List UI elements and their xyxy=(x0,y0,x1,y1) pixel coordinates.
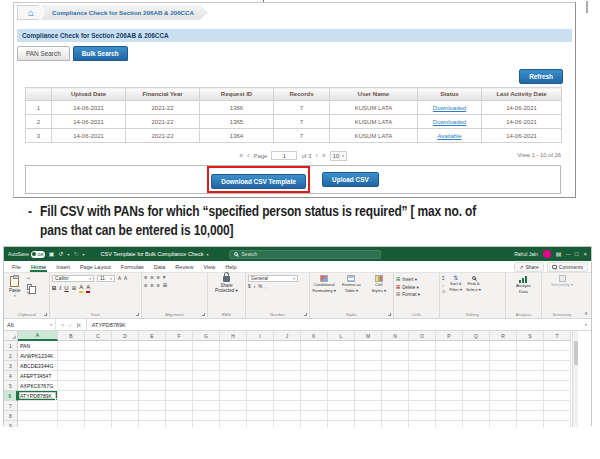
column-header-B[interactable]: B xyxy=(58,331,85,341)
name-box[interactable]: A6 ▾ xyxy=(4,319,56,330)
cell-Q5[interactable] xyxy=(463,381,490,391)
cell-T3[interactable] xyxy=(544,361,571,371)
status-link[interactable]: Downloaded xyxy=(418,115,482,129)
cell-A1[interactable]: PAN xyxy=(18,341,58,351)
cell-B1[interactable] xyxy=(58,341,85,351)
cell-B4[interactable] xyxy=(58,371,85,381)
column-header-T[interactable]: T xyxy=(544,331,571,341)
cell-I4[interactable] xyxy=(247,371,274,381)
sensitivity-button[interactable]: Sensitivity ▾ xyxy=(544,275,580,288)
cell-C4[interactable] xyxy=(85,371,112,381)
cell-J2[interactable] xyxy=(274,351,301,361)
align-center-icon[interactable]: ≡ xyxy=(150,283,153,289)
dialog-launcher-icon[interactable] xyxy=(304,313,307,316)
cell-Q8[interactable] xyxy=(463,411,490,421)
cell-D4[interactable] xyxy=(112,371,139,381)
cell-S7[interactable] xyxy=(517,401,544,411)
column-header-C[interactable]: C xyxy=(85,331,112,341)
currency-icon[interactable]: $ xyxy=(248,284,251,289)
cell-H4[interactable] xyxy=(220,371,247,381)
cell-F1[interactable] xyxy=(166,341,193,351)
cell-H9[interactable] xyxy=(220,421,247,427)
cell-L5[interactable] xyxy=(328,381,355,391)
cell-O1[interactable] xyxy=(409,341,436,351)
cell-P7[interactable] xyxy=(436,401,463,411)
dialog-launcher-icon[interactable] xyxy=(388,313,391,316)
row-header-4[interactable]: 4 xyxy=(4,371,18,381)
cell-L4[interactable] xyxy=(328,371,355,381)
cell-S4[interactable] xyxy=(517,371,544,381)
cell-G7[interactable] xyxy=(193,401,220,411)
cell-T2[interactable] xyxy=(544,351,571,361)
cell-C2[interactable] xyxy=(85,351,112,361)
cell-I7[interactable] xyxy=(247,401,274,411)
delete-cells-button[interactable]: ⊞ Delete ▾ xyxy=(396,285,437,290)
paste-button[interactable]: Paste ▾ xyxy=(6,275,24,299)
upload-csv-button[interactable]: Upload CSV xyxy=(322,172,379,187)
cell-L2[interactable] xyxy=(328,351,355,361)
cell-L3[interactable] xyxy=(328,361,355,371)
cell-T8[interactable] xyxy=(544,411,571,421)
row-header-6[interactable]: 6 xyxy=(4,391,18,401)
align-top-icon[interactable]: ≡ xyxy=(144,275,147,281)
cell-M2[interactable] xyxy=(355,351,382,361)
cell-O3[interactable] xyxy=(409,361,436,371)
cell-A8[interactable] xyxy=(18,411,58,421)
cell-D3[interactable] xyxy=(112,361,139,371)
cell-D5[interactable] xyxy=(112,381,139,391)
tab-bulk-search[interactable]: Bulk Search xyxy=(73,46,128,61)
cell-C7[interactable] xyxy=(85,401,112,411)
column-header-P[interactable]: P xyxy=(436,331,463,341)
cell-N5[interactable] xyxy=(382,381,409,391)
cell-R8[interactable] xyxy=(490,411,517,421)
menu-tab-help[interactable]: Help xyxy=(220,261,241,272)
cell-K3[interactable] xyxy=(301,361,328,371)
cell-Q1[interactable] xyxy=(463,341,490,351)
column-header-E[interactable]: E xyxy=(139,331,166,341)
cell-I5[interactable] xyxy=(247,381,274,391)
insert-cells-button[interactable]: ⊞ Insert ▾ xyxy=(396,277,437,282)
minimize-icon[interactable]: – xyxy=(567,251,570,257)
cell-T1[interactable] xyxy=(544,341,571,351)
cancel-icon[interactable]: × xyxy=(61,322,64,328)
download-csv-template-button[interactable]: Download CSV Template xyxy=(211,174,306,189)
comments-button[interactable]: Comments xyxy=(547,262,588,272)
cell-E1[interactable] xyxy=(139,341,166,351)
underline-button[interactable]: U xyxy=(64,285,68,291)
cell-H7[interactable] xyxy=(220,401,247,411)
chevron-down-icon[interactable]: ▾ xyxy=(68,252,70,257)
cell-R9[interactable] xyxy=(490,421,517,427)
cell-Q9[interactable] xyxy=(463,421,490,427)
conditional-formatting-button[interactable]: Conditional Formatting ▾ xyxy=(312,275,336,294)
cell-S6[interactable] xyxy=(517,391,544,401)
cell-S5[interactable] xyxy=(517,381,544,391)
cell-O2[interactable] xyxy=(409,351,436,361)
menu-tab-review[interactable]: Review xyxy=(170,261,198,272)
cell-K2[interactable] xyxy=(301,351,328,361)
cell-F9[interactable] xyxy=(166,421,193,427)
cell-S9[interactable] xyxy=(517,421,544,427)
cell-O7[interactable] xyxy=(409,401,436,411)
menu-tab-insert[interactable]: Insert xyxy=(51,261,75,272)
cell-A5[interactable]: AXPKC6767G xyxy=(18,381,58,391)
cell-T7[interactable] xyxy=(544,401,571,411)
tab-pan-search[interactable]: PAN Search xyxy=(17,46,70,61)
restore-icon[interactable]: □ xyxy=(575,251,579,257)
font-name-select[interactable]: Calibri ▾ xyxy=(52,275,94,282)
cell-C9[interactable] xyxy=(85,421,112,427)
cell-N2[interactable] xyxy=(382,351,409,361)
cell-N8[interactable] xyxy=(382,411,409,421)
cell-C8[interactable] xyxy=(85,411,112,421)
cell-I9[interactable] xyxy=(247,421,274,427)
select-all-corner[interactable] xyxy=(4,331,18,341)
cell-J1[interactable] xyxy=(274,341,301,351)
cell-C6[interactable] xyxy=(85,391,112,401)
cell-Q6[interactable] xyxy=(463,391,490,401)
cell-R3[interactable] xyxy=(490,361,517,371)
cell-A6[interactable]: ATYPD8789K xyxy=(18,391,58,401)
cell-L7[interactable] xyxy=(328,401,355,411)
analyze-data-button[interactable]: Analyze Data xyxy=(508,275,539,295)
column-header-N[interactable]: N xyxy=(382,331,409,341)
page-size-select[interactable]: 10 ▾ xyxy=(330,151,347,161)
cell-L8[interactable] xyxy=(328,411,355,421)
